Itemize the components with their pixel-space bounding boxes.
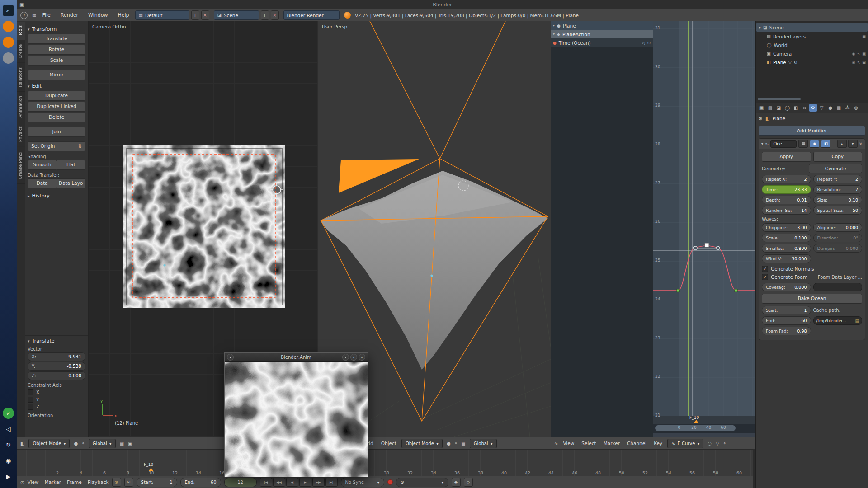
vector-component-field[interactable]: Y:-0.538: [28, 362, 85, 371]
properties-tab-particles[interactable]: ⁂: [844, 104, 851, 112]
next-keyframe-button[interactable]: ▶▶: [312, 478, 325, 487]
screen-layout-selector[interactable]: ▦ Default: [135, 10, 189, 20]
number-field[interactable]: Smalles:0.800: [762, 244, 811, 253]
orientation-dropdown[interactable]: Global ▾: [470, 439, 497, 448]
properties-tab-render[interactable]: ▣: [758, 104, 765, 112]
menu-item[interactable]: Object: [380, 441, 397, 446]
anim-render-window[interactable]: ▴ Blender:Anim ▾ ▴ ×: [224, 352, 368, 477]
render-toggle[interactable]: ◧: [821, 140, 830, 148]
modifier-name-field[interactable]: Oce: [770, 140, 797, 148]
history-panel-header[interactable]: ▸ History: [28, 193, 85, 199]
set-origin-dropdown[interactable]: Set Origin ⇅: [28, 141, 85, 151]
toolshelf-tab[interactable]: Create: [17, 40, 25, 63]
graph-h-scrollbar[interactable]: 0204060: [653, 424, 755, 433]
lock-icon[interactable]: ⊡: [124, 478, 133, 487]
properties-tab-texture[interactable]: ▦: [835, 104, 843, 112]
bake-end-field[interactable]: End: 60: [762, 316, 811, 325]
number-field[interactable]: Wind V:30.000: [762, 254, 811, 263]
collapse-icon[interactable]: ▾: [761, 142, 763, 146]
properties-tab-physics[interactable]: ◍: [852, 104, 860, 112]
edit-button[interactable]: Duplicate: [28, 91, 85, 101]
visibility-eye-icon[interactable]: ◉: [852, 60, 855, 65]
cursor-icon[interactable]: ⌖: [723, 441, 726, 446]
menu-item[interactable]: Select: [580, 441, 597, 446]
current-frame-field[interactable]: 12: [224, 478, 257, 487]
apply-button[interactable]: Apply: [762, 152, 811, 162]
delete-modifier-icon[interactable]: ×: [859, 141, 863, 146]
copy-button[interactable]: Copy: [813, 152, 863, 162]
float-window-titlebar[interactable]: ▴ Blender:Anim ▾ ▴ ×: [225, 353, 368, 362]
edit-mode-toggle[interactable]: ▦: [798, 140, 808, 148]
operator-panel-header[interactable]: ▾ Translate: [28, 338, 85, 344]
keying-set-dropdown[interactable]: ⊙ ▾: [396, 478, 448, 487]
properties-tab-material[interactable]: ●: [826, 104, 834, 112]
data-transfer-button[interactable]: Data: [28, 178, 57, 188]
vector-component-field[interactable]: Z:0.000: [28, 371, 85, 380]
outliner-row-scene[interactable]: ▾ ◪ Scene: [756, 23, 868, 32]
number-field[interactable]: Spatial Size:50: [813, 206, 863, 215]
viewport-shading-icon[interactable]: ●: [447, 441, 451, 446]
properties-tab-data[interactable]: ▽: [818, 104, 826, 112]
pivot-icon[interactable]: ⌖: [455, 441, 458, 446]
dock-speaker-icon[interactable]: ◁: [3, 423, 14, 435]
channel-row-planeaction[interactable]: ▾ ◆ PlaneAction: [551, 30, 653, 38]
delete-keyframe-icon[interactable]: ◇: [464, 478, 473, 487]
snap-icon[interactable]: ▦: [120, 441, 124, 446]
orientation-dropdown[interactable]: Global ▾: [89, 439, 116, 448]
preview-range-icon[interactable]: ◷: [112, 478, 121, 487]
mode-dropdown[interactable]: Object Mode ▾: [28, 439, 70, 448]
shading-button[interactable]: Smooth: [28, 160, 57, 170]
editor-type-icon[interactable]: ◧: [20, 441, 24, 446]
data-transfer-button[interactable]: Data Layo: [57, 178, 86, 188]
dock-app-icon[interactable]: [3, 52, 14, 64]
transform-button[interactable]: Translate: [28, 34, 85, 44]
transform-panel-header[interactable]: ▾ Transform: [28, 26, 85, 32]
render-engine-selector[interactable]: Blender Render: [283, 10, 340, 20]
add-layout-button[interactable]: +: [191, 10, 199, 20]
jump-to-end-button[interactable]: ▶|: [326, 478, 338, 487]
dock-eject-icon[interactable]: ◉: [3, 455, 14, 466]
render-camera-icon[interactable]: ▣: [128, 441, 132, 446]
channel-row-time-ocean[interactable]: ● Time (Ocean) ◁ ⊙: [551, 38, 653, 47]
channel-row-plane[interactable]: ▾ ● Plane: [551, 21, 653, 30]
lock-pin-icon[interactable]: ⊙: [647, 41, 651, 45]
properties-tab-modifiers[interactable]: ⚙: [809, 104, 817, 112]
geometry-mode-dropdown[interactable]: Generate: [809, 164, 862, 173]
mirror-button[interactable]: Mirror: [28, 70, 85, 80]
menu-item[interactable]: Channel: [626, 441, 647, 446]
marker-icon[interactable]: [694, 420, 698, 423]
generate-foam-checkbox[interactable]: ✓ Generate Foam: [762, 274, 807, 280]
editor-type-icon[interactable]: ▦: [32, 13, 36, 18]
menu-item[interactable]: Marker: [45, 479, 61, 485]
menu-item[interactable]: Marker: [603, 441, 621, 446]
transform-button[interactable]: Scale: [28, 56, 85, 66]
toolshelf-tab[interactable]: Animation: [17, 92, 25, 122]
dock-refresh-icon[interactable]: ↻: [3, 439, 14, 450]
layers-icon[interactable]: ▦: [461, 441, 465, 446]
menu-item[interactable]: View: [28, 479, 39, 485]
selectability-icon[interactable]: ↖: [857, 60, 860, 65]
toolshelf-tab[interactable]: Grease Pencil: [17, 146, 25, 184]
number-field[interactable]: Direction:0°: [813, 234, 863, 242]
mode-dropdown[interactable]: Object Mode ▾: [401, 439, 443, 448]
info-icon[interactable]: i: [20, 12, 28, 19]
dock-check-icon[interactable]: ✓: [3, 408, 14, 419]
mute-speaker-icon[interactable]: ◁: [642, 41, 645, 45]
close-icon[interactable]: ×: [359, 354, 365, 361]
dock-blender-icon-2[interactable]: [3, 37, 14, 48]
bake-ocean-button[interactable]: Bake Ocean: [762, 294, 862, 304]
constraint-axis-checkbox[interactable]: Y: [28, 396, 85, 403]
end-frame-field[interactable]: End:60: [180, 478, 221, 487]
visibility-eye-icon[interactable]: ◉: [852, 52, 855, 56]
number-field[interactable]: Scale:0.100: [762, 234, 811, 242]
outliner-row-renderlayers[interactable]: ▤ RenderLayers ▣: [756, 32, 868, 41]
editor-type-icon[interactable]: ◷: [20, 480, 24, 485]
menu-item[interactable]: Render: [59, 12, 80, 18]
prev-keyframe-button[interactable]: ◀◀: [273, 478, 285, 487]
delete-layout-button[interactable]: ×: [201, 10, 209, 20]
coverage-field[interactable]: Coverag: 0.000: [762, 283, 811, 291]
menu-item[interactable]: Frame: [67, 479, 82, 485]
constraint-axis-checkbox[interactable]: X: [28, 389, 85, 396]
graph-editor[interactable]: 3130292827262524232221 F_10 0204060: [653, 21, 755, 437]
add-scene-button[interactable]: +: [261, 10, 269, 20]
